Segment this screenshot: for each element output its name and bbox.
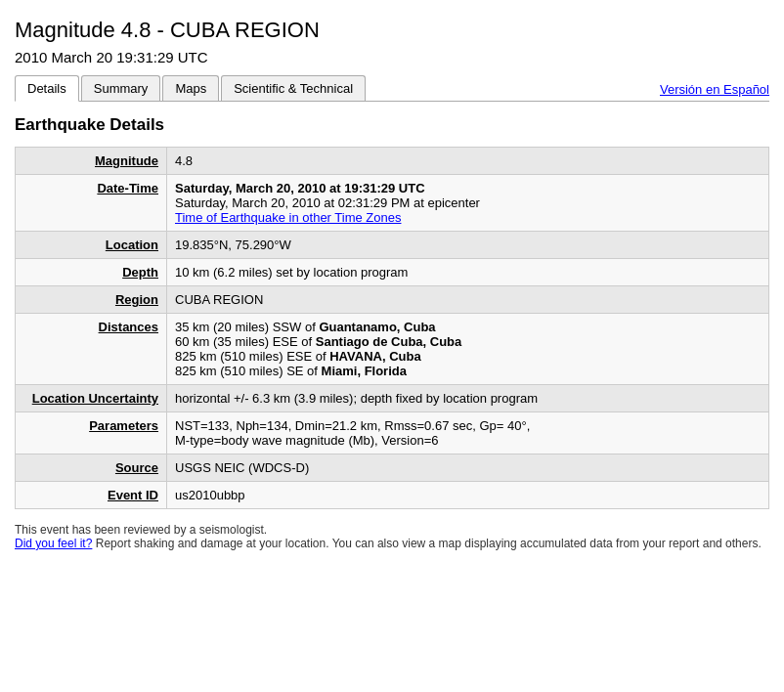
row-value: Saturday, March 20, 2010 at 19:31:29 UTC…	[167, 175, 769, 232]
details-table: Magnitude4.8Date-TimeSaturday, March 20,…	[15, 147, 769, 509]
footer-note: This event has been reviewed by a seismo…	[15, 523, 769, 550]
row-label: Source	[16, 454, 167, 482]
did-you-feel-link[interactable]: Did you feel it?	[15, 537, 92, 550]
table-row: Event IDus2010ubbp	[16, 482, 769, 509]
table-row: Distances35 km (20 miles) SSW of Guantan…	[16, 314, 769, 385]
table-row: Date-TimeSaturday, March 20, 2010 at 19:…	[16, 175, 769, 232]
footer-note-text: This event has been reviewed by a seismo…	[15, 523, 267, 537]
row-label: Event ID	[16, 482, 167, 509]
row-label: Magnitude	[16, 148, 167, 175]
row-label: Location Uncertainty	[16, 385, 167, 412]
table-row: RegionCUBA REGION	[16, 286, 769, 314]
row-label: Depth	[16, 259, 167, 286]
row-label: Date-Time	[16, 175, 167, 232]
row-value: 10 km (6.2 miles) set by location progra…	[167, 259, 769, 286]
table-row: Location19.835°N, 75.290°W	[16, 232, 769, 259]
table-row: ParametersNST=133, Nph=134, Dmin=21.2 km…	[16, 412, 769, 454]
row-value: USGS NEIC (WDCS-D)	[167, 454, 769, 482]
row-label: Location	[16, 232, 167, 259]
row-label: Distances	[16, 314, 167, 385]
section-title: Earthquake Details	[15, 115, 769, 135]
row-label: Parameters	[16, 412, 167, 454]
table-row: SourceUSGS NEIC (WDCS-D)	[16, 454, 769, 482]
row-value: CUBA REGION	[167, 286, 769, 314]
timezone-link[interactable]: Time of Earthquake in other Time Zones	[175, 210, 401, 225]
row-value: NST=133, Nph=134, Dmin=21.2 km, Rmss=0.6…	[167, 412, 769, 454]
table-row: Magnitude4.8	[16, 148, 769, 175]
row-value: 19.835°N, 75.290°W	[167, 232, 769, 259]
tab-details[interactable]: Details	[15, 75, 79, 102]
table-row: Depth10 km (6.2 miles) set by location p…	[16, 259, 769, 286]
page-title: Magnitude 4.8 - CUBA REGION	[15, 18, 769, 43]
tab-summary[interactable]: Summary	[81, 75, 161, 101]
table-row: Location Uncertaintyhorizontal +/- 6.3 k…	[16, 385, 769, 412]
tabs-bar: Details Summary Maps Scientific & Techni…	[15, 75, 769, 102]
tab-scientific[interactable]: Scientific & Technical	[221, 75, 366, 101]
tab-maps[interactable]: Maps	[162, 75, 219, 101]
row-value: horizontal +/- 6.3 km (3.9 miles); depth…	[167, 385, 769, 412]
row-value: 35 km (20 miles) SSW of Guantanamo, Cuba…	[167, 314, 769, 385]
page-datetime: 2010 March 20 19:31:29 UTC	[15, 49, 769, 65]
row-value: us2010ubbp	[167, 482, 769, 509]
row-label: Region	[16, 286, 167, 314]
version-link[interactable]: Versión en Español	[660, 82, 769, 101]
footer-rest-text: Report shaking and damage at your locati…	[92, 537, 761, 550]
row-value: 4.8	[167, 148, 769, 175]
